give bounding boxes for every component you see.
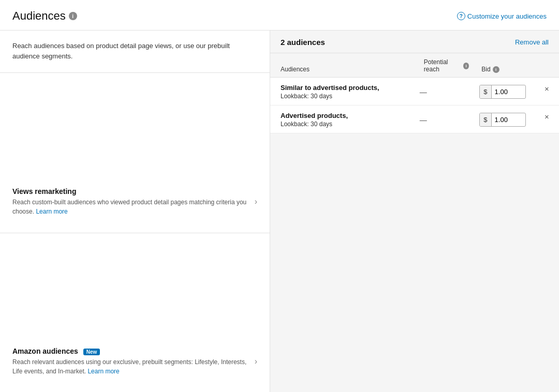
bid-input-wrapper: $ bbox=[479, 85, 526, 99]
bid-cell: $ bbox=[475, 105, 542, 133]
bid-cell: $ bbox=[475, 78, 542, 105]
page-title-area: Audiences i bbox=[12, 9, 77, 23]
remove-audience-button[interactable]: × bbox=[545, 85, 549, 93]
reach-value: — bbox=[420, 116, 427, 124]
amazon-audiences-title: Amazon audiences New bbox=[12, 347, 255, 355]
customize-question-icon: ? bbox=[457, 12, 465, 20]
remove-audience-button[interactable]: × bbox=[545, 113, 549, 120]
amazon-audiences-learn-more[interactable]: Learn more bbox=[87, 368, 119, 375]
audience-name: Advertised products, bbox=[281, 112, 407, 119]
close-cell: × bbox=[542, 78, 559, 105]
page-title: Audiences bbox=[12, 9, 66, 23]
audience-lookback: Lookback: 30 days bbox=[281, 120, 407, 128]
customize-audiences-link[interactable]: ? Customize your audiences bbox=[457, 12, 547, 20]
bid-dollar-sign: $ bbox=[480, 113, 491, 126]
col-potential-reach-header: Potential reach i bbox=[414, 53, 476, 78]
amazon-audiences-desc: Reach relevant audiences using our exclu… bbox=[12, 357, 255, 376]
table-row: Advertised products, Lookback: 30 days— … bbox=[270, 105, 559, 133]
audiences-table: Audiences Potential reach i Bid i bbox=[270, 53, 559, 133]
table-header-row: Audiences Potential reach i Bid i bbox=[270, 53, 559, 78]
potential-reach-cell: — bbox=[414, 105, 476, 133]
close-cell: × bbox=[542, 105, 559, 133]
potential-reach-cell: — bbox=[414, 78, 476, 105]
amazon-audiences-header-row: Amazon audiences New Reach relevant audi… bbox=[12, 347, 257, 376]
views-remarketing-title: Views remarketing bbox=[12, 187, 255, 195]
audience-name: Similar to advertised products, bbox=[281, 84, 407, 92]
right-panel-header: 2 audiences Remove all bbox=[270, 31, 559, 53]
audiences-info-icon[interactable]: i bbox=[69, 12, 77, 20]
potential-reach-info-icon[interactable]: i bbox=[463, 63, 469, 69]
col-bid-header: Bid i bbox=[475, 53, 542, 78]
views-remarketing-header-row: Views remarketing Reach custom-built aud… bbox=[12, 187, 257, 216]
bid-dollar-sign: $ bbox=[480, 85, 491, 98]
audience-name-cell: Advertised products, Lookback: 30 days bbox=[270, 105, 414, 133]
new-badge: New bbox=[83, 349, 100, 355]
right-column: 2 audiences Remove all Audiences Potenti… bbox=[270, 31, 559, 392]
amazon-audiences-section: Amazon audiences New Reach relevant audi… bbox=[0, 233, 270, 393]
amazon-audiences-chevron-icon[interactable]: › bbox=[255, 357, 257, 366]
intro-text: Reach audiences based on product detail … bbox=[12, 41, 257, 61]
views-remarketing-content: Views remarketing Reach custom-built aud… bbox=[12, 187, 255, 216]
audience-name-cell: Similar to advertised products, Lookback… bbox=[270, 78, 414, 105]
col-close-header bbox=[542, 53, 559, 78]
views-remarketing-desc: Reach custom-built audiences who viewed … bbox=[12, 198, 255, 216]
page-header: Audiences i ? Customize your audiences bbox=[0, 0, 559, 31]
remove-all-link[interactable]: Remove all bbox=[515, 38, 549, 46]
table-row: Similar to advertised products, Lookback… bbox=[270, 78, 559, 105]
col-audiences-header: Audiences bbox=[270, 53, 414, 78]
views-remarketing-chevron-icon[interactable]: › bbox=[255, 197, 257, 206]
bid-info-icon[interactable]: i bbox=[493, 66, 499, 73]
amazon-audiences-content: Amazon audiences New Reach relevant audi… bbox=[12, 347, 255, 376]
bid-input[interactable] bbox=[492, 113, 519, 126]
views-remarketing-section: Views remarketing Reach custom-built aud… bbox=[0, 73, 270, 233]
left-column: Reach audiences based on product detail … bbox=[0, 31, 270, 392]
reach-value: — bbox=[420, 88, 427, 96]
main-layout: Reach audiences based on product detail … bbox=[0, 31, 559, 392]
views-remarketing-learn-more[interactable]: Learn more bbox=[36, 208, 67, 215]
bid-input[interactable] bbox=[492, 85, 519, 98]
intro-section: Reach audiences based on product detail … bbox=[0, 31, 270, 73]
audiences-count-label: 2 audiences bbox=[281, 38, 325, 47]
bid-input-wrapper: $ bbox=[479, 113, 526, 127]
audience-lookback: Lookback: 30 days bbox=[281, 93, 407, 100]
